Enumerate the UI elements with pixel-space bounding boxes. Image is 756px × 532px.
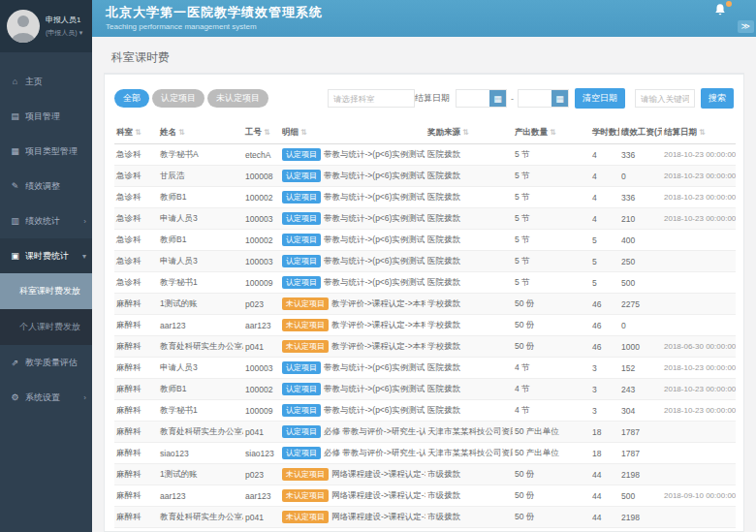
header-salary[interactable]: 绩效工资(元)⇅ (619, 122, 662, 144)
date-from-input[interactable] (457, 91, 489, 106)
cell-dept: 麻醉科 (114, 485, 158, 507)
table-row[interactable]: 急诊科 教学秘书A etechA 认定项目带教与统计->(p<6)实例测试 医院… (114, 144, 736, 166)
cell-dept: 麻醉科 (114, 379, 158, 400)
cell-name: aar123 (158, 485, 243, 507)
table-row[interactable]: 麻醉科 aar123 aar123 未认定项目教学评价->课程认定->本科->无… (114, 315, 736, 336)
detail-text: 必修 带教与评价->研究生-认定-教师 (324, 448, 425, 457)
cell-source: 市级拨款 (425, 464, 513, 485)
date-to-field[interactable]: ▦ (518, 89, 569, 108)
sidebar-item-perf-adjust[interactable]: ✎ 绩效调整 (0, 169, 92, 203)
date-to-input[interactable] (519, 91, 551, 106)
filter-pending-button[interactable]: 未认定项目 (207, 89, 268, 108)
header-source[interactable]: 奖励来源⇅ (425, 122, 513, 144)
cell-dept: 麻醉科 (114, 507, 158, 528)
table-row[interactable]: 急诊科 申请人员3 100003 认定项目带教与统计->(p<6)实例测试 医院… (114, 251, 736, 272)
header-name[interactable]: 姓名⇅ (158, 122, 243, 144)
table-row[interactable]: 急诊科 教师B1 100002 认定项目带教与统计->(p<6)实例测试 医院拨… (114, 230, 736, 251)
cell-output: 60 继续教育-认定-学员 (513, 528, 590, 532)
table-row[interactable]: 麻醉科 1测试的账 p023 未认定项目网络课程建设->课程认定->本科->学员… (114, 464, 736, 485)
notification-bell-button[interactable] (713, 3, 729, 18)
keyword-search-input[interactable] (635, 89, 695, 108)
cell-hours: 46 (590, 336, 619, 358)
detail-text: 网络课程建设->课程认定->本科->学员 (331, 490, 425, 500)
header-dept[interactable]: 科室⇅ (114, 122, 158, 144)
sidebar-item-project-management[interactable]: ▤ 项目管理 (0, 99, 92, 134)
sidebar-nav: ⌂ 主页 ▤ 项目管理 ▦ 项目类型管理 ✎ 绩效调整 ▥ 绩效统计 › ▣ (0, 52, 92, 415)
content-panel: 全部 认定项目 未认定项目 结算日期 ▦ - ▦ 清空日期 搜索 (104, 73, 744, 532)
cell-settle-date (662, 507, 736, 528)
sidebar-subitem-personal-fee[interactable]: 个人课时费发放 (0, 309, 92, 345)
cell-output: 50 份 (513, 294, 590, 315)
table-row[interactable]: 麻醉科 siao123 siao123 认定项目必修 带教与评价->研究生-认定… (114, 443, 736, 464)
cell-settle-date: 2018-10-23 00:00:00 (662, 187, 736, 208)
table-row[interactable]: 麻醉科 教师B1 100002 认定项目带教与统计->(p<6)实例测试 医院拨… (114, 379, 736, 400)
sidebar-item-home[interactable]: ⌂ 主页 (0, 64, 92, 99)
table-row[interactable]: 麻醉科 教育处科研实生办公室A p041 未认定项目网络课程建设->课程认定->… (114, 507, 736, 528)
cell-employee-id: p041 (243, 422, 280, 443)
page-header: 科室课时费 (92, 37, 756, 73)
sort-icon: ⇅ (300, 128, 307, 137)
table-row[interactable]: 急诊科 教师B1 100002 认定项目带教与统计->(p<6)实例测试 医院拨… (114, 187, 736, 208)
user-panel[interactable]: 申报人员1 (申报人员) ▾ (0, 0, 92, 52)
cell-dept: 麻醉科 (114, 294, 158, 315)
fee-table-header: 科室⇅ 姓名⇅ 工号⇅ 明细⇅ 奖励来源⇅ 产出数量⇅ 学时数量⇅ 绩效工资(元… (114, 122, 736, 144)
cell-dept: 急诊科 (114, 230, 158, 251)
cell-employee-id: p041 (243, 336, 280, 358)
filter-all-button[interactable]: 全部 (114, 89, 149, 108)
table-row[interactable]: 麻醉科 教学秘书1 100009 认定项目带教与统计->(p<6)实例测试 医院… (114, 400, 736, 422)
header-detail[interactable]: 明细⇅ (280, 122, 425, 144)
fee-table: 科室⇅ 姓名⇅ 工号⇅ 明细⇅ 奖励来源⇅ 产出数量⇅ 学时数量⇅ 绩效工资(元… (114, 122, 736, 532)
filter-confirmed-button[interactable]: 认定项目 (152, 89, 205, 108)
department-select-input[interactable] (328, 89, 415, 108)
calendar-icon[interactable]: ▦ (489, 90, 506, 107)
sidebar-subitem-dept-fee[interactable]: 科室课时费发放 (0, 273, 92, 309)
cell-name: 申请人员3 (158, 358, 243, 379)
cell-salary: 336 (619, 144, 662, 166)
sidebar-item-project-type[interactable]: ▦ 项目类型管理 (0, 134, 92, 169)
bell-icon (713, 3, 727, 16)
header-output[interactable]: 产出数量⇅ (513, 122, 590, 144)
table-row[interactable]: 麻醉科 教育处科研实生办公室A p041 认定项目必修 带教与评价->研究生-认… (114, 422, 736, 443)
table-row[interactable]: 麻醉科 教育处科研实生办公室A p041 认定项目学生活动->继续教育-认定-学… (114, 528, 736, 532)
collapse-panel-button[interactable]: ≫ (738, 20, 754, 33)
header-settle-date[interactable]: 结算日期⇅ (662, 122, 736, 144)
cell-source: 医院拨款 (425, 251, 513, 272)
sidebar: 申报人员1 (申报人员) ▾ ⌂ 主页 ▤ 项目管理 ▦ 项目类型管理 ✎ 绩效… (0, 0, 92, 532)
search-button[interactable]: 搜索 (701, 88, 734, 109)
cell-name: 1测试的账 (158, 464, 243, 485)
cell-employee-id: 100003 (243, 358, 280, 379)
calendar-icon[interactable]: ▦ (551, 90, 568, 107)
cell-output: 5 节 (513, 230, 590, 251)
header-hours[interactable]: 学时数量⇅ (590, 122, 619, 144)
table-row[interactable]: 麻醉科 教育处科研实生办公室A p041 未认定项目教学评价->课程认定->本科… (114, 336, 736, 358)
sidebar-item-settings[interactable]: ⚙ 系统设置 › (0, 380, 92, 415)
sidebar-item-perf-stats[interactable]: ▥ 绩效统计 › (0, 203, 92, 238)
table-row[interactable]: 麻醉科 申请人员3 100003 认定项目带教与统计->(p<6)实例测试 医院… (114, 358, 736, 379)
table-row[interactable]: 急诊科 甘辰浩 100008 认定项目带教与统计->(p<6)实例测试 医院拨款… (114, 166, 736, 187)
cell-detail: 认定项目带教与统计->(p<6)实例测试 (280, 251, 425, 272)
cell-source: 医院拨款 (425, 187, 513, 208)
cell-dept: 麻醉科 (114, 422, 158, 443)
cell-employee-id: p023 (243, 294, 280, 315)
table-row[interactable]: 急诊科 教学秘书1 100009 认定项目带教与统计->(p<6)实例测试 医院… (114, 272, 736, 294)
detail-text: 带教与统计->(p<6)实例测试 (324, 171, 425, 180)
sidebar-item-label: 主页 (25, 76, 43, 88)
top-header: 北京大学第一医院教学绩效管理系统 Teaching performance ma… (92, 0, 756, 37)
table-row[interactable]: 麻醉科 1测试的账 p023 未认定项目教学评价->课程认定->本科->无接受人… (114, 294, 736, 315)
cell-output: 5 节 (513, 272, 590, 294)
sidebar-item-quality-eval[interactable]: ⇗ 教学质量评估 (0, 345, 92, 380)
cell-employee-id: etechA (243, 144, 280, 166)
cell-salary: 2275 (619, 294, 662, 315)
cell-source: 医院拨款 (425, 358, 513, 379)
cell-employee-id: aar123 (243, 315, 280, 336)
cell-dept: 麻醉科 (114, 443, 158, 464)
clear-date-button[interactable]: 清空日期 (575, 88, 625, 109)
sidebar-item-label: 绩效调整 (25, 180, 60, 193)
project-status-badge: 认定项目 (282, 191, 321, 203)
table-row[interactable]: 麻醉科 aar123 aar123 未认定项目网络课程建设->课程认定->本科-… (114, 485, 736, 507)
table-row[interactable]: 急诊科 申请人员3 100003 认定项目带教与统计->(p<6)实例测试 医院… (114, 208, 736, 230)
user-role-dropdown[interactable]: (申报人员) ▾ (46, 28, 82, 38)
header-employee-id[interactable]: 工号⇅ (243, 122, 280, 144)
sidebar-item-fee-stats[interactable]: ▣ 课时费统计 ▾ (0, 238, 92, 273)
date-from-field[interactable]: ▦ (456, 89, 507, 108)
